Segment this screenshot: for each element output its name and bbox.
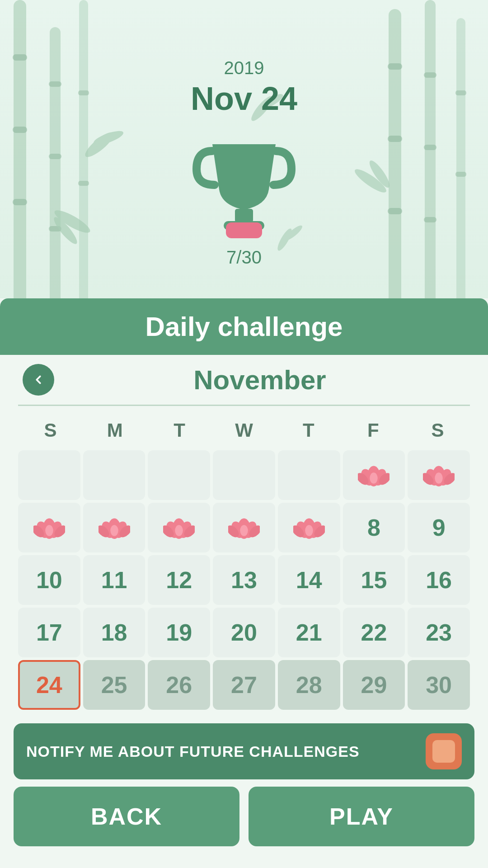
bottom-panel: Daily challenge November S M T W T F S xyxy=(0,298,488,868)
calendar-nav: November xyxy=(18,364,470,396)
svg-point-76 xyxy=(305,525,313,536)
challenge-header: Daily challenge xyxy=(0,298,488,355)
calendar-cell[interactable]: 22 xyxy=(343,608,405,657)
calendar-cell[interactable]: 12 xyxy=(148,555,210,605)
svg-point-64 xyxy=(175,525,183,536)
day-header-t1: T xyxy=(147,415,212,446)
notify-text: NOTIFY ME ABOUT FUTURE CHALLENGES xyxy=(26,743,360,760)
svg-point-52 xyxy=(45,525,53,536)
play-button[interactable]: PLAY xyxy=(249,787,474,846)
calendar-cell[interactable]: 15 xyxy=(343,555,405,605)
calendar-cell[interactable]: 21 xyxy=(278,608,340,657)
year-label: 2019 xyxy=(224,58,264,78)
calendar-cell[interactable]: 30 xyxy=(408,660,470,710)
calendar-cell[interactable]: 23 xyxy=(408,608,470,657)
bottom-buttons: BACK PLAY xyxy=(0,787,488,860)
calendar-cell[interactable]: 11 xyxy=(83,555,145,605)
day-header-m: M xyxy=(83,415,147,446)
calendar-grid: 8910111213141516171819202122232425262728… xyxy=(18,450,470,710)
calendar-cell[interactable] xyxy=(278,503,340,552)
calendar-cell xyxy=(83,450,145,500)
calendar-cell[interactable]: 28 xyxy=(278,660,340,710)
svg-point-40 xyxy=(370,472,378,484)
calendar-cell[interactable]: 9 xyxy=(408,503,470,552)
month-name: November xyxy=(54,364,465,396)
trophy-score: 7/30 xyxy=(226,247,262,268)
top-area: 2019 Nov 24 7/30 xyxy=(0,0,488,307)
calendar-cell[interactable] xyxy=(83,503,145,552)
prev-month-button[interactable] xyxy=(23,364,54,396)
back-button[interactable]: BACK xyxy=(14,787,239,846)
challenge-title: Daily challenge xyxy=(145,311,343,342)
calendar-cell[interactable]: 24 xyxy=(18,660,80,710)
calendar-cell[interactable] xyxy=(18,503,80,552)
calendar-cell[interactable]: 25 xyxy=(83,660,145,710)
calendar-cell[interactable]: 13 xyxy=(213,555,275,605)
calendar-cell xyxy=(148,450,210,500)
calendar-cell[interactable]: 8 xyxy=(343,503,405,552)
calendar-cell[interactable]: 19 xyxy=(148,608,210,657)
svg-point-70 xyxy=(240,525,248,536)
calendar-cell[interactable]: 27 xyxy=(213,660,275,710)
svg-rect-32 xyxy=(235,209,253,222)
svg-rect-34 xyxy=(226,222,262,238)
calendar-cell[interactable] xyxy=(148,503,210,552)
notify-bar[interactable]: NOTIFY ME ABOUT FUTURE CHALLENGES xyxy=(14,723,474,779)
date-label: Nov 24 xyxy=(191,80,297,117)
notify-toggle[interactable] xyxy=(426,733,462,769)
svg-point-46 xyxy=(435,472,443,484)
trophy-icon xyxy=(190,126,298,244)
calendar-cell[interactable]: 20 xyxy=(213,608,275,657)
calendar-cell[interactable]: 10 xyxy=(18,555,80,605)
calendar-cell[interactable]: 14 xyxy=(278,555,340,605)
calendar-cell[interactable]: 16 xyxy=(408,555,470,605)
day-header-s1: S xyxy=(18,415,83,446)
notify-toggle-inner xyxy=(432,740,455,763)
calendar-divider xyxy=(18,405,470,406)
calendar-cell[interactable]: 26 xyxy=(148,660,210,710)
day-header-s2: S xyxy=(405,415,470,446)
svg-point-58 xyxy=(110,525,118,536)
day-header-f: F xyxy=(341,415,405,446)
calendar-cell[interactable] xyxy=(213,503,275,552)
calendar-cell xyxy=(18,450,80,500)
calendar-cell xyxy=(278,450,340,500)
chevron-left-icon xyxy=(32,373,45,387)
calendar-cell[interactable]: 18 xyxy=(83,608,145,657)
day-headers: S M T W T F S xyxy=(18,415,470,446)
trophy-container: 7/30 xyxy=(190,126,298,268)
calendar-cell[interactable] xyxy=(343,450,405,500)
calendar: November S M T W T F S xyxy=(0,355,488,714)
calendar-cell[interactable]: 29 xyxy=(343,660,405,710)
calendar-cell[interactable] xyxy=(408,450,470,500)
calendar-cell[interactable]: 17 xyxy=(18,608,80,657)
day-header-w: W xyxy=(212,415,277,446)
day-header-t2: T xyxy=(276,415,341,446)
calendar-cell xyxy=(213,450,275,500)
